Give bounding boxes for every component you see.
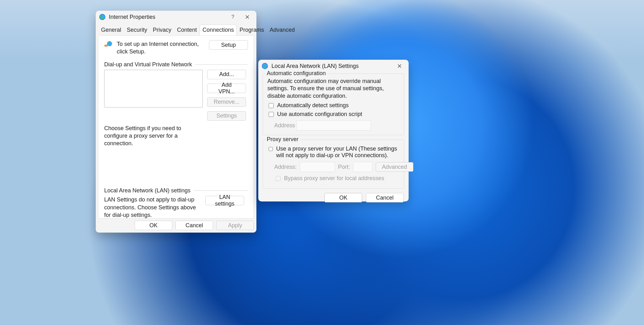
lan-settings-button[interactable]: LAN settings — [205, 196, 244, 205]
tab-connections[interactable]: Connections — [200, 25, 237, 36]
proxy-address-label: Address: — [274, 164, 297, 170]
setup-button[interactable]: Setup — [209, 40, 248, 50]
lan-note-text: LAN Settings do not apply to dial-up con… — [104, 196, 205, 219]
dialog-footer: OK Cancel Apply — [135, 221, 254, 230]
auto-config-note: Automatic configuration may override man… — [267, 78, 400, 100]
tab-privacy[interactable]: Privacy — [150, 25, 174, 36]
remove-button[interactable]: Remove... — [207, 97, 246, 107]
lan-group-label: Local Area Network (LAN) settings — [104, 187, 248, 194]
proxy-address-input[interactable] — [300, 162, 335, 172]
bypass-checkbox — [276, 176, 281, 181]
tab-advanced[interactable]: Advanced — [267, 25, 298, 36]
connection-wizard-icon — [104, 41, 112, 48]
add-button[interactable]: Add... — [207, 70, 246, 79]
connection-settings-button[interactable]: Settings — [207, 111, 246, 121]
proxy-advanced-button[interactable]: Advanced — [376, 162, 413, 172]
internet-properties-window: Internet Properties ? General Security P… — [96, 11, 256, 233]
auto-config-group: Automatic configuration Automatic config… — [263, 74, 404, 135]
use-proxy-row[interactable]: Use a proxy server for your LAN (These s… — [267, 146, 400, 159]
titlebar[interactable]: Internet Properties ? — [96, 11, 256, 23]
close-icon — [398, 64, 401, 68]
proxy-server-legend: Proxy server — [266, 136, 300, 143]
close-icon — [245, 15, 249, 19]
bypass-label: Bypass proxy server for local addresses — [284, 175, 384, 182]
use-script-row[interactable]: Use automatic configuration script — [267, 111, 400, 118]
lan-group-text: Local Area Network (LAN) settings — [104, 187, 191, 194]
apply-button[interactable]: Apply — [216, 221, 254, 230]
connections-panel: To set up an Internet connection, click … — [98, 36, 254, 218]
dialup-vpn-group-label: Dial-up and Virtual Private Network — [104, 61, 248, 68]
lan-dialog-footer: OK Cancel — [263, 193, 404, 202]
add-vpn-button[interactable]: Add VPN... — [207, 84, 246, 93]
script-address-label: Address — [274, 122, 293, 129]
svg-rect-4 — [105, 45, 107, 46]
window-title: Internet Properties — [109, 14, 155, 20]
lan-settings-window: Local Area Network (LAN) Settings Automa… — [258, 60, 409, 201]
proxy-port-label: Port: — [338, 164, 350, 170]
lan-window-title: Local Area Network (LAN) Settings — [271, 63, 359, 69]
cancel-button[interactable]: Cancel — [175, 221, 213, 230]
connections-listbox[interactable] — [104, 70, 203, 107]
dialup-vpn-group-text: Dial-up and Virtual Private Network — [104, 61, 192, 68]
setup-instruction-text: To set up an Internet connection, click … — [117, 40, 209, 56]
use-script-label: Use automatic configuration script — [277, 111, 362, 118]
use-script-checkbox[interactable] — [269, 112, 274, 117]
tab-general[interactable]: General — [98, 25, 124, 36]
auto-detect-row[interactable]: Automatically detect settings — [267, 102, 400, 109]
proxy-server-group: Proxy server Use a proxy server for your… — [263, 140, 404, 189]
bypass-row: Bypass proxy server for local addresses — [274, 175, 400, 182]
tab-content[interactable]: Content — [174, 25, 200, 36]
tab-security[interactable]: Security — [124, 25, 150, 36]
auto-detect-checkbox[interactable] — [269, 103, 274, 108]
tab-programs[interactable]: Programs — [237, 25, 267, 36]
ok-button[interactable]: OK — [135, 221, 172, 230]
use-proxy-label: Use a proxy server for your LAN (These s… — [276, 146, 400, 159]
use-proxy-checkbox[interactable] — [269, 146, 273, 151]
close-button[interactable] — [240, 12, 255, 22]
tabs: General Security Privacy Content Connect… — [96, 25, 256, 36]
lan-close-button[interactable] — [392, 61, 407, 71]
script-address-input[interactable] — [296, 120, 371, 130]
choose-settings-text: Choose Settings if you need to configure… — [104, 124, 208, 147]
proxy-port-input[interactable] — [353, 162, 373, 172]
help-button[interactable]: ? — [226, 12, 240, 22]
lan-ok-button[interactable]: OK — [325, 193, 362, 202]
auto-config-legend: Automatic configuration — [266, 70, 327, 77]
internet-options-icon — [261, 63, 268, 69]
auto-detect-label: Automatically detect settings — [277, 102, 349, 109]
internet-options-icon — [99, 14, 106, 20]
lan-cancel-button[interactable]: Cancel — [366, 193, 404, 202]
